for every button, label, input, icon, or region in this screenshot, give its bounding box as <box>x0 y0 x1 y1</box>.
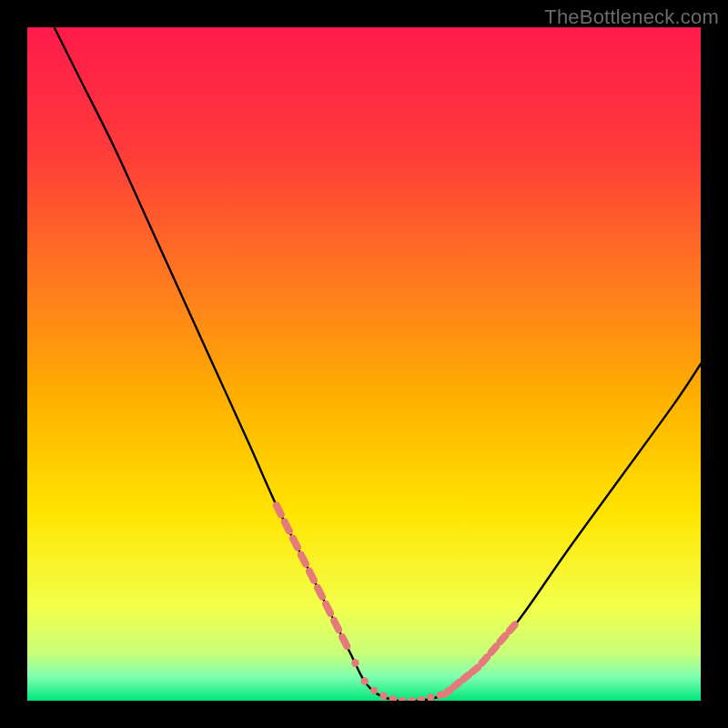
dash-segment <box>326 604 330 613</box>
dash-segment <box>334 621 339 630</box>
dash-dot <box>351 659 359 666</box>
dash-segment <box>482 657 488 663</box>
dash-segment <box>491 646 497 652</box>
dash-segment <box>301 555 306 564</box>
watermark-text: TheBottleneck.com <box>544 5 719 29</box>
dash-segment <box>463 675 469 679</box>
dash-dot <box>379 693 387 700</box>
dash-segment <box>342 637 347 646</box>
chart-frame <box>27 27 701 701</box>
dash-segment <box>309 571 314 581</box>
dash-segment <box>285 521 289 531</box>
dash-segment <box>318 588 322 597</box>
bottleneck-chart <box>27 27 701 701</box>
dash-segment <box>445 690 450 693</box>
dash-segment <box>277 505 281 514</box>
dash-segment <box>454 682 460 686</box>
dash-dot <box>436 692 443 699</box>
dash-segment <box>472 668 478 672</box>
dash-segment <box>293 539 298 548</box>
dash-dot <box>370 687 378 694</box>
gradient-background <box>27 27 701 701</box>
dash-segment <box>500 635 506 642</box>
dash-dot <box>361 677 369 684</box>
dash-segment <box>510 625 515 632</box>
